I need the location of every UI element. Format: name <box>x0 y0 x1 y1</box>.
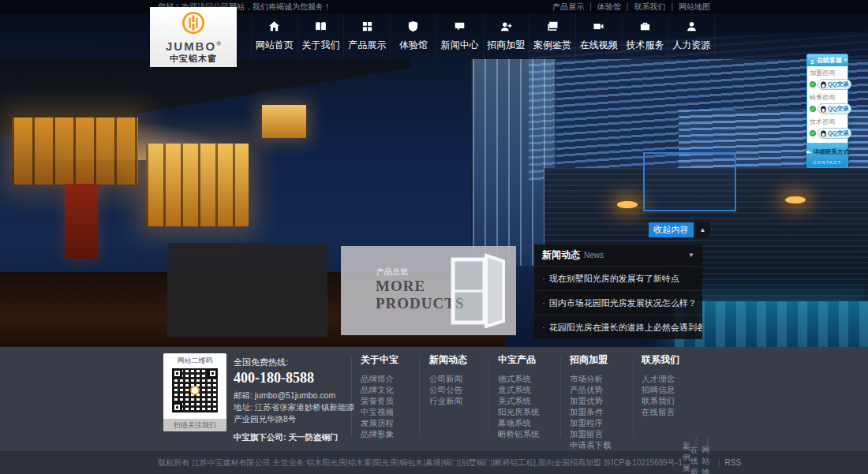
footer-link[interactable]: 加盟优势 <box>570 395 612 406</box>
footer-link[interactable]: 阳光房系统 <box>498 406 540 417</box>
product-display-panel <box>167 243 327 337</box>
bottom-link-cases[interactable]: 案例展示 <box>683 441 690 474</box>
qr-corner <box>172 402 182 412</box>
footer-link[interactable]: 发展历程 <box>361 417 398 428</box>
bottombar: 版权所有 江苏中宝建材有限公司 主营业务:铝木阳光房|铝木窗|阳光房|铜包木|幕… <box>0 451 868 474</box>
news-item[interactable]: 国内市场花园阳光房发展状况怎么样？ <box>534 290 702 315</box>
products-overview-tag: 产品总览 <box>376 267 408 278</box>
online-status-icon: ✓ <box>810 81 816 88</box>
footer-link[interactable]: 产品优势 <box>570 384 612 395</box>
nav-item-label: 技术服务 <box>626 39 664 52</box>
bottom-link-sitemap[interactable]: 网站地图 <box>702 436 713 474</box>
close-icon[interactable]: × <box>844 57 847 64</box>
nav-item-tech[interactable]: 技术服务 <box>623 13 669 59</box>
footer-link[interactable]: 联系我们 <box>642 395 679 406</box>
more-products-card[interactable]: 产品总览 MORE PRODUCTS <box>341 246 516 335</box>
footer-column-contact: 联系我们 人才理念 招聘信息 联系我们 在线留言 <box>642 353 679 417</box>
subsidiary-info: 中宝旗下公司: 天一防盗铜门 <box>234 432 355 443</box>
nav-item-about[interactable]: 关于我们 <box>298 13 345 59</box>
nav-item-hr[interactable]: 人力资源 <box>668 13 715 59</box>
online-service-header: 在线客服 × <box>807 54 847 66</box>
nav-item-news[interactable]: 新闻中心 <box>437 13 484 59</box>
qq-group-label: 加盟咨询 <box>810 69 845 77</box>
footer-column-title: 联系我们 <box>642 353 679 367</box>
footer-link[interactable]: 荣誉资质 <box>361 395 398 406</box>
photo-lit-window-1 <box>12 118 138 185</box>
open-window-icon <box>448 253 507 328</box>
footer-divider <box>560 356 561 437</box>
qr-code-image <box>172 368 218 412</box>
footer-link[interactable]: 中宝视频 <box>361 406 398 417</box>
footer-link[interactable]: 品牌文化 <box>361 384 398 395</box>
contact-email[interactable]: 邮箱: jumbo@51jumbo.com <box>234 390 355 401</box>
nav-item-videos[interactable]: 在线视频 <box>576 13 623 59</box>
collapse-toggle-icon[interactable]: ▲ <box>695 222 710 237</box>
footer-link[interactable]: 美式系统 <box>498 395 540 406</box>
footer-link[interactable]: 市场分析 <box>570 373 612 384</box>
footer-column-title: 关于中宝 <box>361 353 398 367</box>
logo-subtitle: 中宝铝木窗 <box>170 53 217 65</box>
footer-link[interactable]: 加盟程序 <box>570 417 612 428</box>
online-service-body: 加盟咨询 ✓ QQ交谈 销售咨询 ✓ QQ交谈 技术咨询 ✓ <box>807 66 847 143</box>
dropdown-arrow-icon[interactable]: ▼ <box>688 252 694 259</box>
photo-wall-light-1 <box>617 201 638 208</box>
topbar: 您好！欢迎访问公司网站，我们将竭诚为您服务！ 产品展示 体验馆 联系我们 网站地… <box>0 0 868 13</box>
topbar-link-products[interactable]: 产品展示 <box>552 2 584 13</box>
nav-item-label: 体验馆 <box>399 39 428 52</box>
footer-link[interactable]: 招聘信息 <box>642 384 679 395</box>
footer-link[interactable]: 申请表下载 <box>570 439 612 450</box>
topbar-link-sitemap[interactable]: 网站地图 <box>665 2 710 13</box>
nav-item-products[interactable]: 产品展示 <box>344 13 391 59</box>
bottom-link-message[interactable]: 在线留言 <box>690 436 702 474</box>
footer-link[interactable]: 公司新闻 <box>429 373 467 384</box>
hero-banner: 网站首页 关于我们 产品展示 体验馆 新闻中心 招商加盟 <box>0 13 868 347</box>
qr-code-box: 网站二维码 扫描关注我们 <box>163 353 226 431</box>
photo-lit-window-3 <box>262 105 306 138</box>
photo-red-accent-wall <box>65 184 98 259</box>
qr-corner <box>208 368 218 379</box>
qq-penguin-icon <box>820 102 827 116</box>
footer-link[interactable]: 品牌形象 <box>361 428 398 439</box>
footer-link[interactable]: 行业新闻 <box>429 395 467 406</box>
footer-link[interactable]: 在线留言 <box>642 406 679 417</box>
qq-chat-label: QQ交谈 <box>828 105 849 113</box>
footer-link[interactable]: 公司公告 <box>429 384 467 395</box>
nav-item-join[interactable]: 招商加盟 <box>484 13 530 59</box>
topbar-link-contact[interactable]: 联系我们 <box>621 2 666 13</box>
home-icon <box>268 21 280 35</box>
news-panel-header: 新闻动态 News ▼ <box>534 244 702 266</box>
hotline-label: 全国免费热线: <box>234 356 355 368</box>
nav-item-home[interactable]: 网站首页 <box>251 13 298 59</box>
bottom-link-rss[interactable]: RSS <box>713 458 741 467</box>
footer-link[interactable]: 德式系统 <box>498 373 540 384</box>
qq-chat-button[interactable]: QQ交谈 <box>817 103 851 114</box>
nav-item-experience[interactable]: 体验馆 <box>391 13 437 59</box>
footer-link[interactable]: 加盟条件 <box>570 406 612 417</box>
photo-pool <box>675 301 868 347</box>
qq-group-label: 销售咨询 <box>810 93 845 102</box>
footer-link[interactable]: 意式系统 <box>498 384 540 395</box>
qr-center-emblem <box>190 386 200 395</box>
contact-details-button[interactable]: 详细联系方式 CONTACT <box>807 143 847 167</box>
nav-item-label: 新闻中心 <box>441 39 479 52</box>
site-logo[interactable]: JUMBO® 中宝铝木窗 <box>150 7 237 67</box>
footer-link[interactable]: 品牌简介 <box>361 373 398 384</box>
photo-glass-stair-tower <box>471 59 556 266</box>
footer-link[interactable]: 人才理念 <box>642 373 679 384</box>
nav-item-cases[interactable]: 案例鉴赏 <box>529 13 576 59</box>
online-status-icon: ✓ <box>810 130 816 136</box>
footer-link[interactable]: 断桥铝系统 <box>498 428 540 439</box>
hotline-number: 400-180-8588 <box>234 370 355 386</box>
qq-chat-button[interactable]: QQ交谈 <box>817 128 851 139</box>
footer-column-title: 中宝产品 <box>498 353 540 367</box>
topbar-link-experience[interactable]: 体验馆 <box>584 2 621 13</box>
news-item[interactable]: 现在别墅阳光房的发展有了新特点 <box>534 266 702 290</box>
qq-chat-button[interactable]: QQ交谈 <box>817 79 851 90</box>
nav-item-label: 案例鉴赏 <box>533 39 571 52</box>
footer-link[interactable]: 加盟留言 <box>570 428 612 439</box>
collapse-content-button[interactable]: 收起内容 <box>649 222 694 237</box>
chat-icon <box>454 21 466 35</box>
topbar-links: 产品展示 体验馆 联系我们 网站地图 <box>552 2 710 13</box>
footer-link[interactable]: 幕墙系统 <box>498 417 540 428</box>
news-item[interactable]: 花园阳光房在漫长的道路上必然会遇到各种挑战 <box>534 315 702 339</box>
